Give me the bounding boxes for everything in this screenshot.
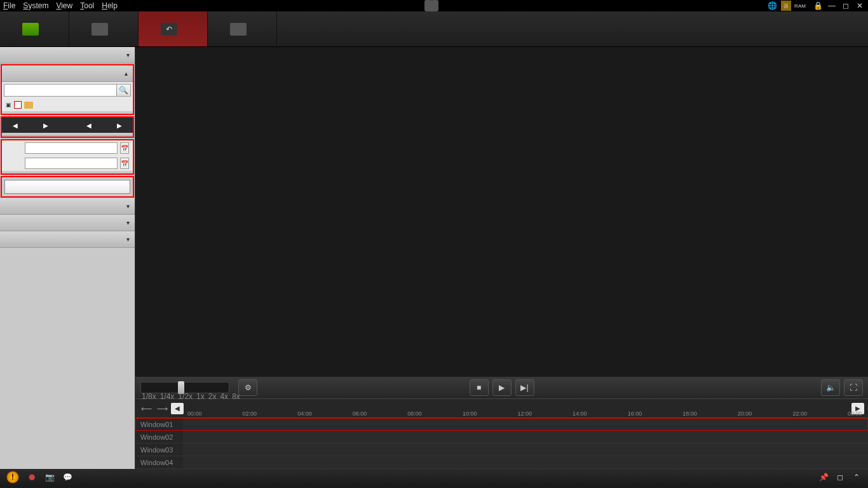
timeline-tick: 00:00 <box>848 410 862 417</box>
timeline-tick: 22:00 <box>792 410 807 417</box>
timeline-tick: 16:00 <box>628 410 642 417</box>
restore-icon[interactable]: ◻ <box>835 472 845 482</box>
tab-remote-playback[interactable]: ↶ <box>139 11 208 46</box>
annotation-choose-time <box>2 171 133 173</box>
camera-section-header[interactable]: ▴ <box>2 65 133 82</box>
status-icon-2[interactable]: 📷 <box>44 472 55 482</box>
ram-icon[interactable]: RAM <box>795 1 805 11</box>
timeline-tick: 18:00 <box>682 410 697 417</box>
volume-button[interactable]: 🔈 <box>821 379 840 396</box>
menu-bar: File System View Tool Help <box>3 1 118 10</box>
globe-icon[interactable]: 🌐 <box>767 1 777 11</box>
timeline-fwd-icon[interactable]: ⟶ <box>155 404 170 413</box>
playback-controls: ⚙ ■ ▶ ▶| 🔈 ⛶ 1/8x1/4x1/2x1x2x4x8x <box>135 377 868 398</box>
timeline-row[interactable]: Window04 <box>135 456 868 469</box>
prev-month-button[interactable]: ◀ <box>13 122 18 129</box>
calendar-nav: ◀ ▶ ◀ ▶ <box>2 118 133 133</box>
video-grid <box>135 47 868 377</box>
app-title <box>424 0 444 11</box>
timeline-row[interactable]: Window03 <box>135 444 868 456</box>
timeline-tick: 00:00 <box>187 410 202 417</box>
next-month-button[interactable]: ▶ <box>43 122 48 129</box>
root-checkbox[interactable] <box>14 101 22 109</box>
maximize-icon[interactable]: ◻ <box>841 1 851 11</box>
stop-button[interactable]: ■ <box>470 379 489 396</box>
timeline-tick: 12:00 <box>518 410 532 417</box>
menu-tool[interactable]: Tool <box>80 1 94 10</box>
app-logo-icon <box>424 0 438 11</box>
camera-icon <box>92 23 108 36</box>
folder-icon <box>24 102 33 109</box>
pin-icon[interactable]: 📌 <box>818 472 829 482</box>
event-section-header[interactable]: ▾ <box>0 198 135 215</box>
timeline-row-label: Window01 <box>135 421 183 428</box>
play-button[interactable]: ▶ <box>492 379 512 396</box>
camera-search-input[interactable] <box>4 84 117 97</box>
grid-icon <box>22 23 39 36</box>
main-tab-bar: ↶ <box>0 11 868 47</box>
from-calendar-icon[interactable]: 📅 <box>120 142 129 154</box>
timeline-tick: 04:00 <box>297 410 312 417</box>
vca-playback-section-header[interactable]: ▾ <box>0 231 135 248</box>
title-bar: File System View Tool Help 🌐 器 RAM 🔒 — ◻… <box>0 0 868 11</box>
from-datetime-input[interactable] <box>25 142 118 154</box>
close-icon[interactable]: ✕ <box>855 1 865 11</box>
timeline-row-label: Window03 <box>135 446 183 454</box>
settings-button[interactable]: ⚙ <box>238 379 257 396</box>
calendar-grid <box>2 135 133 137</box>
prev-year-button[interactable]: ◀ <box>86 122 92 129</box>
fullscreen-button[interactable]: ⛶ <box>844 379 863 396</box>
tab-control-panel[interactable] <box>0 11 69 46</box>
timeline-prev-button[interactable]: ◀ <box>171 403 184 414</box>
frame-forward-button[interactable]: ▶| <box>515 379 534 396</box>
camera-root-node[interactable]: ▣ <box>2 98 133 111</box>
search-button[interactable] <box>4 180 130 194</box>
timeline: ⟵ ⟶ ◀ 00:0002:0004:0006:0008:0010:0012:0… <box>135 398 868 469</box>
alert-icon[interactable]: ! <box>6 471 19 484</box>
timeline-row-label: Window04 <box>135 459 183 466</box>
search-icon[interactable]: 🔍 <box>117 84 131 97</box>
timeline-row[interactable]: Window01 <box>135 418 868 431</box>
menu-system[interactable]: System <box>23 1 48 10</box>
timeline-tick: 02:00 <box>243 410 257 417</box>
next-year-button[interactable]: ▶ <box>117 122 122 129</box>
menu-view[interactable]: View <box>56 1 72 10</box>
timeline-row[interactable]: Window02 <box>135 431 868 444</box>
status-icon-3[interactable]: 💬 <box>62 472 72 482</box>
content-area: ⚙ ■ ▶ ▶| 🔈 ⛶ 1/8x1/4x1/2x1x2x4x8x ⟵ ⟶ ◀ <box>135 47 868 469</box>
timeline-back-icon[interactable]: ⟵ <box>139 404 154 413</box>
device-icon <box>230 23 247 36</box>
menu-file[interactable]: File <box>3 1 15 10</box>
expand-icon[interactable]: ⌃ <box>851 472 862 482</box>
status-icon-1[interactable]: ⬣ <box>27 472 37 482</box>
annotation-choose-cam <box>2 111 133 114</box>
cpu-icon[interactable]: 器 <box>781 1 791 11</box>
to-calendar-icon[interactable]: 📅 <box>120 158 129 169</box>
playback-icon: ↶ <box>161 23 177 36</box>
timeline-row-label: Window02 <box>135 433 183 441</box>
minimize-icon[interactable]: — <box>827 1 837 11</box>
timeline-tick: 06:00 <box>353 410 367 417</box>
tab-device-management[interactable] <box>208 11 277 46</box>
search-result-section-header[interactable]: ▾ <box>0 215 135 231</box>
timeline-tick: 20:00 <box>738 410 752 417</box>
status-bar: ! ⬣ 📷 💬 📌 ◻ ⌃ <box>0 469 868 485</box>
timeline-tick: 14:00 <box>573 410 587 417</box>
lock-icon[interactable]: 🔒 <box>813 1 823 11</box>
timeline-tick: 10:00 <box>463 410 477 417</box>
timeline-tick: 08:00 <box>407 410 422 417</box>
tab-main-view[interactable] <box>69 11 139 46</box>
menu-help[interactable]: Help <box>102 1 118 10</box>
to-datetime-input[interactable] <box>25 158 118 169</box>
view-section-header[interactable]: ▾ <box>0 47 135 64</box>
sidebar: ▾ ▴ 🔍 ▣ ◀ ▶ ◀ <box>0 47 135 469</box>
